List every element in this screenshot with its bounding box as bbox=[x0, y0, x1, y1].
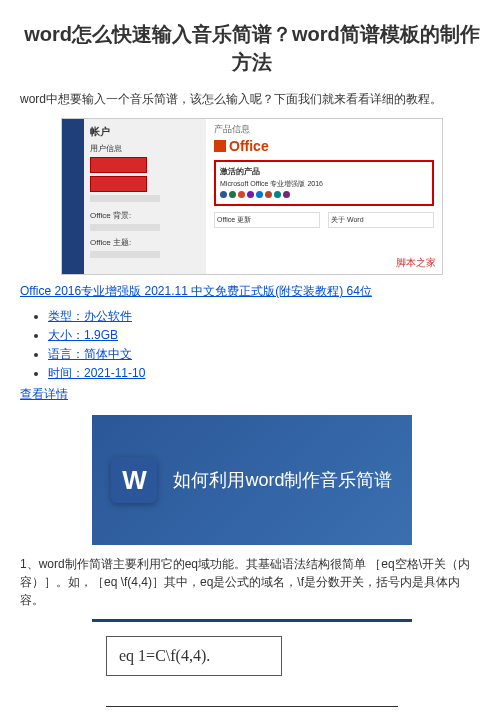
banner-text: 如何利用word制作音乐简谱 bbox=[173, 468, 392, 492]
step1-text: 1、word制作简谱主要利用它的eq域功能。其基础语法结构很简单 ［eq空格\开… bbox=[20, 555, 484, 609]
activated-product-highlight: 激活的产品 Microsoft Office 专业增强版 2016 bbox=[214, 160, 434, 206]
watermark-text: 脚本之家 bbox=[396, 256, 436, 270]
account-heading: 帐户 bbox=[90, 125, 200, 139]
meta-size: 大小：1.9GB bbox=[48, 327, 484, 344]
meta-time: 时间：2021-11-10 bbox=[48, 365, 484, 382]
office-update-card: Office 更新 bbox=[214, 212, 320, 228]
intro-text: word中想要输入一个音乐简谱，该怎么输入呢？下面我们就来看看详细的教程。 bbox=[20, 91, 484, 108]
activated-product-name: Microsoft Office 专业增强版 2016 bbox=[220, 179, 428, 189]
eq-field-screenshot: eq 1=C\f(4,4). 1=C 4/4 画 情 电视剧《画皮》主题曲 作词… bbox=[92, 619, 412, 713]
meta-type: 类型：办公软件 bbox=[48, 308, 484, 325]
word-nav-rail bbox=[62, 119, 84, 274]
office-logo: Office bbox=[214, 138, 434, 154]
app-icon-row bbox=[220, 191, 428, 200]
account-main: 产品信息 Office 激活的产品 Microsoft Office 专业增强版… bbox=[206, 119, 442, 274]
office-bg-label: Office 背景: bbox=[90, 210, 200, 221]
meta-lang: 语言：简体中文 bbox=[48, 346, 484, 363]
user-info-label: 用户信息 bbox=[90, 143, 200, 154]
download-link[interactable]: Office 2016专业增强版 2021.11 中文免费正式版(附安装教程) … bbox=[20, 284, 372, 298]
page-title: word怎么快速输入音乐简谱？word简谱模板的制作方法 bbox=[20, 20, 484, 76]
activated-title: 激活的产品 bbox=[220, 166, 428, 177]
software-meta-list: 类型：办公软件 大小：1.9GB 语言：简体中文 时间：2021-11-10 bbox=[20, 308, 484, 382]
score-header: 1=C 4/4 画 情 电视剧《画皮》主题曲 作词：邓紫琪 作曲：姚若龙 编曲：… bbox=[106, 706, 398, 713]
word-app-icon: W bbox=[111, 457, 157, 503]
word-music-banner: W 如何利用word制作音乐简谱 bbox=[92, 415, 412, 545]
meta-type-link[interactable]: 类型：办公软件 bbox=[48, 309, 132, 323]
redacted-user-box bbox=[90, 176, 147, 192]
eq-field-box: eq 1=C\f(4,4). bbox=[106, 636, 282, 676]
product-info-label: 产品信息 bbox=[214, 123, 434, 136]
placeholder-line bbox=[90, 224, 160, 231]
about-word-card: 关于 Word bbox=[328, 212, 434, 228]
placeholder-line bbox=[90, 195, 160, 202]
office-theme-label: Office 主题: bbox=[90, 237, 200, 248]
meta-time-link[interactable]: 时间：2021-11-10 bbox=[48, 366, 145, 380]
meta-lang-link[interactable]: 语言：简体中文 bbox=[48, 347, 132, 361]
account-sidebar: 帐户 用户信息 Office 背景: Office 主题: bbox=[84, 119, 206, 274]
meta-size-link[interactable]: 大小：1.9GB bbox=[48, 328, 118, 342]
redacted-user-box bbox=[90, 157, 147, 173]
view-detail-link[interactable]: 查看详情 bbox=[20, 387, 68, 401]
placeholder-line bbox=[90, 251, 160, 258]
office-account-screenshot: 帐户 用户信息 Office 背景: Office 主题: 产品信息 Offic… bbox=[61, 118, 443, 275]
